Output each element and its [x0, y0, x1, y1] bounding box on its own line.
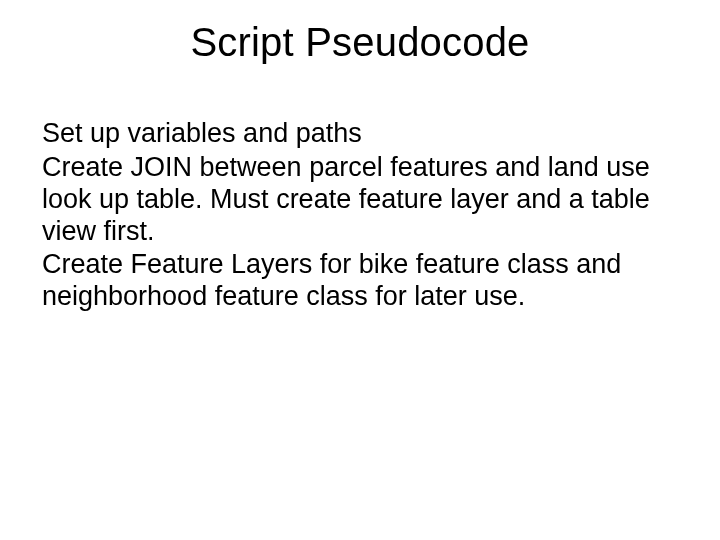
body-paragraph: Create Feature Layers for bike feature c… [42, 249, 678, 313]
slide-title: Script Pseudocode [0, 20, 720, 65]
body-paragraph: Create JOIN between parcel features and … [42, 152, 678, 248]
slide-body: Set up variables and paths Create JOIN b… [42, 118, 678, 315]
slide: Script Pseudocode Set up variables and p… [0, 0, 720, 540]
body-paragraph: Set up variables and paths [42, 118, 678, 150]
